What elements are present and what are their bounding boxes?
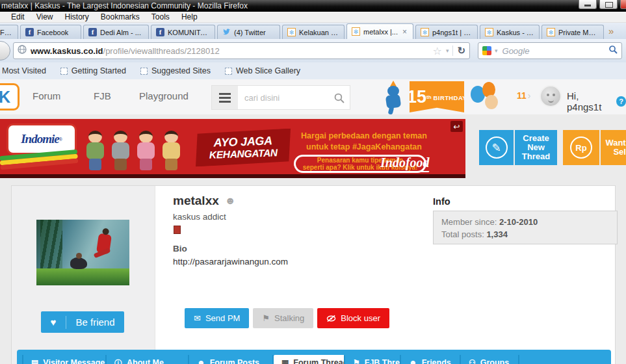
url-text[interactable]: www.kaskus.co.id/profile/viewallthreads/… — [31, 46, 429, 56]
pencil-icon: ✎ — [486, 136, 508, 159]
username: metalxx — [173, 194, 219, 208]
info-heading: Info — [433, 196, 450, 207]
tab-groups[interactable]: ⚇ Groups — [461, 355, 519, 364]
send-pm-button[interactable]: ✉ Send PM — [185, 308, 249, 328]
tab-forum-posts[interactable]: ☻ Forum Posts — [189, 355, 274, 364]
maximize-button[interactable] — [599, 0, 618, 9]
bookmark-most-visited[interactable]: Most Visited — [2, 66, 46, 75]
url-path: /profile/viewallthreads/2128012 — [103, 46, 220, 56]
bio-value: http://pasararjawinangun.com — [173, 257, 288, 266]
tab-fjb-threads[interactable]: ⚑ FJB Threads — [345, 355, 401, 364]
browser-tab-strip: Firef... f Facebook f Dedi Alm - ... f K… — [0, 23, 626, 39]
menu-bookmarks[interactable]: Bookmarks — [95, 12, 146, 21]
envelope-icon: ✉ — [194, 313, 201, 323]
profile-photo[interactable] — [36, 220, 129, 285]
tab-forum-threads[interactable]: ▦ Forum Threads — [274, 355, 345, 364]
browser-search-box[interactable]: ▾ — [478, 42, 622, 59]
search-magnifier-icon[interactable] — [608, 45, 618, 57]
create-new-thread-button[interactable]: ✎ Create New Thread — [479, 130, 557, 165]
notification-count[interactable]: 11› — [517, 90, 530, 101]
profile-action-buttons: ✉ Send PM ⚑ Stalking Block user — [185, 308, 389, 328]
bookmarks-bar: Most Visited Getting Started Suggested S… — [0, 62, 626, 79]
menu-tools[interactable]: Tools — [146, 12, 176, 21]
hamburger-menu-icon[interactable] — [212, 86, 238, 109]
user-greeting[interactable]: Hi, p4ngs1t ? — [567, 90, 626, 112]
indofood-logo: Indofood — [380, 155, 430, 170]
member-since-value: 2-10-2010 — [499, 217, 538, 227]
site-header: K Forum FJB Playground 15th BIRTHDAY 11›… — [0, 79, 626, 114]
browser-search-input[interactable] — [501, 46, 605, 57]
kaskus-favicon: ✻ — [547, 28, 555, 36]
browser-tab-facebook[interactable]: f Facebook — [20, 25, 81, 39]
browser-tab-firefox[interactable]: Firef... — [0, 25, 18, 39]
facebook-icon: f — [156, 28, 164, 36]
menu-help[interactable]: Help — [176, 12, 203, 21]
window-titlebar: metalxx | Kaskus - The Largest Indonesia… — [0, 0, 626, 12]
kaskus-favicon: ✻ — [287, 28, 296, 36]
birthday-banner[interactable]: 15th BIRTHDAY — [410, 81, 464, 112]
kaskus-favicon: ✻ — [485, 28, 493, 36]
browser-tab-metalxx-active[interactable]: ✻ metalxx |... × — [346, 23, 413, 39]
bookmark-suggested-sites[interactable]: Suggested Sites — [140, 66, 211, 75]
user-avatar[interactable] — [540, 85, 562, 107]
browser-tab-twitter[interactable]: (4) Twitter — [217, 25, 280, 39]
site-search — [211, 85, 350, 110]
bookmark-star-icon[interactable]: ☆ — [433, 45, 442, 57]
birthday-number: 15 — [407, 87, 426, 107]
block-user-button[interactable]: Block user — [317, 308, 389, 328]
stalking-button[interactable]: ⚑ Stalking — [253, 308, 313, 328]
url-bar[interactable]: www.kaskus.co.id/profile/viewallthreads/… — [13, 42, 470, 59]
kaskus-mascot — [381, 81, 407, 114]
browser-tab-komunita[interactable]: f KOMUNITA... — [151, 25, 215, 39]
help-icon[interactable]: ? — [616, 96, 626, 107]
bookmark-placeholder-icon — [140, 68, 148, 75]
nav-playground[interactable]: Playground — [139, 90, 189, 101]
tab-visitor-messages[interactable]: ▤ Visitor Messages — [22, 355, 107, 364]
person-icon: ☻ — [197, 358, 205, 364]
minimize-button[interactable] — [579, 0, 597, 9]
heart-icon: ♥ — [41, 317, 66, 328]
people-icon: ⚇ — [469, 358, 476, 364]
tag-icon: ⚑ — [353, 358, 360, 364]
tab-overflow-chevron-icon[interactable]: » — [608, 25, 614, 36]
browser-tab-p4ngs1t[interactable]: ✻ p4ngs1t | Ka... — [415, 25, 478, 39]
browser-tab-private-messages[interactable]: ✻ Private Mes... — [541, 25, 604, 39]
url-dropdown-icon[interactable]: ▾ — [446, 47, 449, 54]
tab-about-me[interactable]: ⓘ About Me — [107, 355, 189, 364]
be-friend-label: Be friend — [66, 317, 124, 328]
facebook-icon: f — [88, 28, 97, 36]
cartoon-kids-graphic — [85, 128, 183, 172]
search-engine-dropdown-icon[interactable]: ▾ — [495, 47, 498, 54]
browser-window: metalxx | Kaskus - The Largest Indonesia… — [0, 0, 626, 364]
browser-tab-kaskus[interactable]: ✻ Kaskus - Th... — [480, 25, 540, 39]
close-button[interactable] — [620, 0, 626, 9]
grid-icon: ▦ — [281, 358, 289, 364]
profile-card: ♥ Be friend metalxx ☻ kaskus addict Bio … — [11, 185, 616, 364]
browser-tab-kelakuan[interactable]: ✻ Kelakuan Sa... — [282, 25, 345, 39]
bookmark-placeholder-icon — [225, 68, 232, 75]
browser-tab-dedi[interactable]: f Dedi Alm - ... — [83, 25, 149, 39]
be-friend-button[interactable]: ♥ Be friend — [41, 311, 124, 333]
ad-banner[interactable]: Indomie® AYO JAGA KEHANGATAN Hargai perb… — [0, 119, 465, 178]
menu-view[interactable]: View — [31, 12, 59, 21]
tab-friends[interactable]: ☻ Friends — [401, 355, 461, 364]
ad-back-icon[interactable]: ↩ — [450, 121, 463, 132]
want-to-sell-button[interactable]: Rp Want to Sell — [563, 130, 626, 165]
site-search-magnifier-icon[interactable] — [328, 86, 350, 109]
menu-edit[interactable]: Edit — [5, 12, 31, 21]
menu-history[interactable]: History — [59, 12, 94, 21]
create-new-thread-label: Create New Thread — [515, 130, 557, 165]
notification-chevron-icon: › — [528, 90, 531, 101]
kaskus-logo[interactable]: K — [0, 83, 20, 110]
site-search-input[interactable] — [238, 86, 328, 109]
nav-forum[interactable]: Forum — [33, 90, 60, 101]
tab-close-icon[interactable]: × — [402, 27, 407, 36]
back-button[interactable] — [0, 41, 10, 60]
bookmark-web-slice-gallery[interactable]: Web Slice Gallery — [225, 66, 300, 75]
nav-fjb[interactable]: FJB — [94, 90, 111, 101]
profile-tab-bar: ▤ Visitor Messages ⓘ About Me ☻ Forum Po… — [17, 350, 611, 364]
bookmark-getting-started[interactable]: Getting Started — [60, 66, 126, 75]
url-host: www.kaskus.co.id — [31, 46, 103, 56]
user-mood-icon[interactable]: ☻ — [225, 195, 236, 207]
refresh-icon[interactable]: ↻ — [457, 45, 465, 57]
